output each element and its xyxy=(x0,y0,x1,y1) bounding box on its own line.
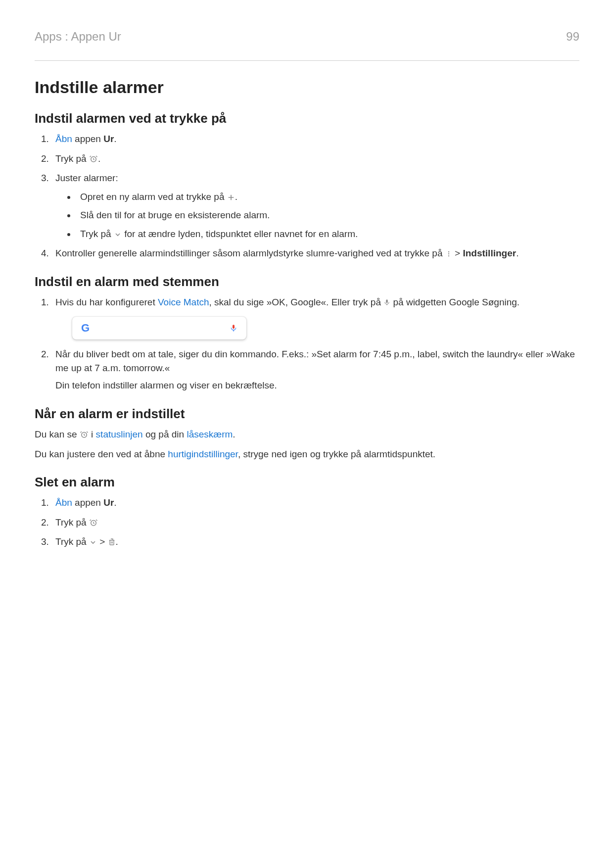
svg-point-1 xyxy=(448,251,449,252)
page-header: Apps : Appen Ur 99 xyxy=(35,30,579,61)
svg-rect-4 xyxy=(386,299,388,303)
google-search-widget[interactable]: G xyxy=(72,317,246,339)
steps-delete: Åbn appen Ur. Tryk på Tryk på > . xyxy=(35,496,579,549)
quicksettings-link[interactable]: hurtigindstillinger xyxy=(168,449,238,459)
delete-step-2: Tryk på xyxy=(51,516,579,530)
svg-point-2 xyxy=(448,253,449,254)
section-heading-voice: Indstil en alarm med stemmen xyxy=(35,274,579,289)
voice-match-link[interactable]: Voice Match xyxy=(158,297,209,307)
section-heading-set-by-tap: Indstil alarmen ved at trykke på xyxy=(35,111,579,126)
step-1: Åbn appen Ur. xyxy=(51,132,579,146)
svg-point-3 xyxy=(448,255,449,256)
sub-steps: Opret en ny alarm ved at trykke på . Slå… xyxy=(55,190,579,241)
svg-rect-5 xyxy=(233,325,235,329)
chevron-down-icon xyxy=(114,231,122,239)
page-title: Indstille alarmer xyxy=(35,78,579,97)
lockscreen-link[interactable]: låseskærm xyxy=(187,429,233,439)
voice-step-1: Hvis du har konfigureret Voice Match, sk… xyxy=(51,295,579,340)
delete-step-1: Åbn appen Ur. xyxy=(51,496,579,510)
step-3: Juster alarmer: Opret en ny alarm ved at… xyxy=(51,171,579,241)
statusbar-link[interactable]: statuslinjen xyxy=(96,429,143,439)
alarm-icon xyxy=(80,430,89,439)
section-heading-when-set: Når en alarm er indstillet xyxy=(35,406,579,422)
alarm-icon xyxy=(89,154,98,163)
step-2: Tryk på . xyxy=(51,152,579,166)
open-link[interactable]: Åbn xyxy=(55,497,72,508)
breadcrumb: Apps : Appen Ur xyxy=(35,30,121,44)
step-4: Kontroller generelle alarmindstillinger … xyxy=(51,246,579,260)
google-logo-icon: G xyxy=(81,320,90,336)
section-heading-delete: Slet en alarm xyxy=(35,475,579,490)
when-set-p1: Du kan se i statuslinjen og på din låses… xyxy=(35,428,579,441)
svg-rect-8 xyxy=(110,540,114,545)
plus-icon xyxy=(227,193,235,201)
voice-step-2-result: Din telefon indstiller alarmen og viser … xyxy=(55,379,579,392)
when-set-p2: Du kan justere den ved at åbne hurtigind… xyxy=(35,447,579,461)
sub-step-enable: Slå den til for at bruge en eksisterende… xyxy=(76,208,579,222)
trash-icon xyxy=(108,537,116,546)
steps-set-by-tap: Åbn appen Ur. Tryk på . Juster alarmer: … xyxy=(35,132,579,260)
page-container: Apps : Appen Ur 99 Indstille alarmer Ind… xyxy=(0,0,614,868)
mic-icon xyxy=(383,298,390,307)
open-link[interactable]: Åbn xyxy=(55,134,72,144)
sub-step-edit: Tryk på for at ændre lyden, tidspunktet … xyxy=(76,227,579,241)
alarm-icon xyxy=(89,518,98,527)
more-vertical-icon xyxy=(445,250,452,258)
page-number: 99 xyxy=(566,30,579,44)
widget-mic-icon[interactable] xyxy=(230,323,237,334)
voice-step-2: Når du bliver bedt om at tale, siger du … xyxy=(51,347,579,392)
sub-step-create: Opret en ny alarm ved at trykke på . xyxy=(76,190,579,204)
steps-voice: Hvis du har konfigureret Voice Match, sk… xyxy=(35,295,579,392)
chevron-down-icon xyxy=(89,538,97,546)
delete-step-3: Tryk på > . xyxy=(51,535,579,549)
